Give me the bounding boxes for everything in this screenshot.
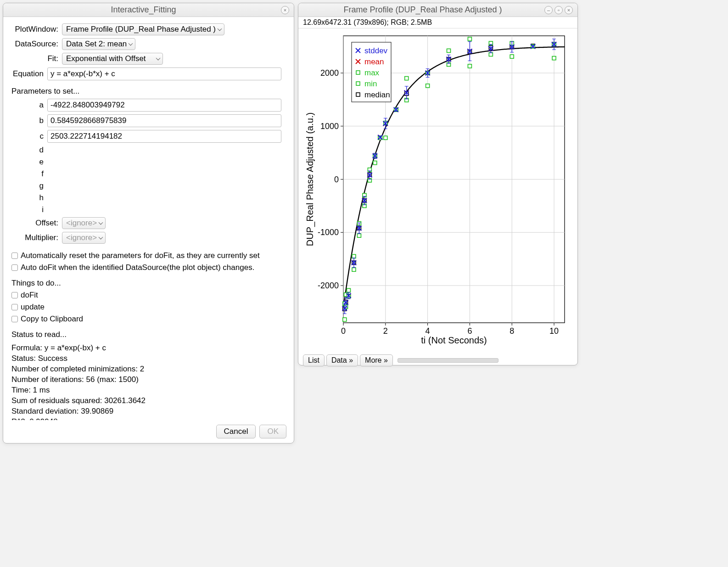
svg-text:min: min: [364, 79, 377, 88]
param-label-f: f: [11, 169, 47, 179]
svg-rect-77: [352, 268, 356, 271]
svg-text:-1000: -1000: [318, 228, 339, 237]
minimize-icon[interactable]: –: [544, 6, 553, 14]
param-label-h: h: [11, 193, 47, 202]
svg-text:4: 4: [426, 326, 430, 336]
param-input-c[interactable]: [47, 130, 281, 143]
plotwindow-select[interactable]: Frame Profile (DUP_Real Phase Adjusted ): [62, 23, 224, 35]
datasource-select[interactable]: Data Set 2: mean: [62, 38, 135, 50]
fit-label: Fit:: [11, 54, 62, 63]
dialog-body: PlotWindow: Frame Profile (DUP_Real Phas…: [3, 17, 294, 420]
svg-rect-68: [447, 49, 451, 52]
svg-rect-69: [468, 37, 471, 41]
multiplier-select[interactable]: <ignore>: [62, 232, 106, 244]
auto-reset-label: Automatically reset the parameters for d…: [21, 251, 260, 260]
svg-text:ti (Not Seconds): ti (Not Seconds): [421, 335, 487, 345]
svg-text:max: max: [364, 68, 380, 77]
todo-checkbox[interactable]: [11, 292, 18, 298]
param-label-c: c: [11, 132, 47, 141]
svg-text:6: 6: [467, 326, 472, 336]
svg-rect-88: [468, 64, 471, 68]
close-icon[interactable]: ×: [281, 6, 289, 14]
titlebar: Interactive_Fitting ×: [3, 3, 294, 17]
profile-window: Frame Profile (DUP_Real Phase Adjusted )…: [298, 3, 578, 365]
more-button[interactable]: More »: [360, 354, 393, 366]
auto-dofit-label: Auto doFit when the identified DataSourc…: [21, 263, 254, 272]
ok-button[interactable]: OK: [259, 425, 286, 438]
close-icon[interactable]: ×: [565, 6, 573, 14]
param-label-g: g: [11, 181, 47, 191]
equation-input[interactable]: [47, 67, 281, 80]
list-button[interactable]: List: [303, 354, 325, 366]
auto-reset-checkbox[interactable]: [11, 253, 18, 259]
svg-text:2000: 2000: [320, 68, 339, 78]
todo-header: Things to do...: [11, 279, 286, 288]
svg-rect-90: [510, 55, 514, 58]
svg-text:mean: mean: [364, 57, 384, 66]
svg-text:0: 0: [334, 175, 339, 184]
param-label-i: i: [11, 205, 47, 214]
param-label-b: b: [11, 116, 47, 125]
todo-checkbox[interactable]: [11, 304, 18, 310]
svg-rect-92: [552, 56, 556, 60]
status-text: Formula: y = a*exp(-bx) + cStatus: Succe…: [11, 343, 286, 420]
toolbar: List Data » More »: [298, 352, 577, 369]
svg-rect-58: [352, 254, 356, 258]
svg-rect-78: [357, 234, 361, 237]
image-info: 12.69x6472.31 (739x896); RGB; 2.5MB: [298, 17, 577, 28]
param-label-e: e: [11, 157, 47, 167]
cancel-button[interactable]: Cancel: [216, 425, 256, 438]
datasource-label: DataSource:: [11, 39, 62, 49]
svg-rect-153: [356, 71, 360, 74]
svg-rect-89: [489, 53, 493, 56]
status-header: Status to read...: [11, 330, 286, 339]
svg-rect-81: [373, 161, 377, 165]
maximize-icon[interactable]: ▫: [554, 6, 563, 14]
fit-select[interactable]: Exponential with Offset: [62, 53, 163, 65]
offset-select[interactable]: <ignore>: [62, 217, 106, 229]
data-button[interactable]: Data »: [326, 354, 358, 366]
svg-rect-66: [405, 77, 409, 80]
svg-text:1000: 1000: [320, 122, 339, 131]
param-label-d: d: [11, 146, 47, 155]
todo-checkbox[interactable]: [11, 316, 18, 322]
svg-text:8: 8: [510, 326, 514, 336]
titlebar: Frame Profile (DUP_Real Phase Adjusted )…: [298, 3, 577, 17]
svg-text:stddev: stddev: [364, 46, 388, 55]
fitting-dialog: Interactive_Fitting × PlotWindow: Frame …: [3, 3, 294, 443]
svg-text:DUP_Real Phase Adjusted  (a.u.: DUP_Real Phase Adjusted (a.u.): [305, 112, 315, 246]
svg-text:-2000: -2000: [318, 281, 339, 290]
toolbar-slider[interactable]: [398, 358, 498, 363]
svg-text:median: median: [364, 90, 390, 99]
chart-area: 0246810-2000-1000010002000ti (Not Second…: [298, 28, 577, 352]
param-input-b[interactable]: [47, 114, 281, 127]
todo-label: Copy to Clipboard: [21, 314, 83, 324]
chart-svg: 0246810-2000-1000010002000ti (Not Second…: [302, 31, 573, 348]
param-label-a: a: [11, 101, 47, 110]
svg-rect-157: [356, 93, 360, 96]
window-title: Interactive_Fitting: [8, 5, 279, 15]
svg-rect-155: [356, 82, 360, 85]
todo-label: update: [21, 303, 45, 312]
dialog-buttons: Cancel OK: [3, 420, 294, 443]
param-input-a[interactable]: [47, 99, 281, 112]
params-header: Parameters to set...: [11, 87, 286, 96]
offset-label: Offset:: [11, 219, 62, 228]
svg-rect-86: [426, 84, 430, 88]
svg-text:2: 2: [383, 326, 388, 336]
plotwindow-label: PlotWindow:: [11, 25, 62, 34]
svg-text:10: 10: [549, 326, 559, 336]
svg-rect-74: [343, 318, 347, 321]
equation-label: Equation: [11, 69, 47, 79]
multiplier-label: Multiplier:: [11, 233, 62, 242]
svg-rect-83: [384, 136, 387, 140]
svg-rect-57: [347, 288, 350, 292]
window-title: Frame Profile (DUP_Real Phase Adjusted ): [303, 5, 543, 15]
auto-dofit-checkbox[interactable]: [11, 264, 18, 271]
todo-label: doFit: [21, 291, 38, 300]
svg-text:0: 0: [341, 326, 346, 336]
